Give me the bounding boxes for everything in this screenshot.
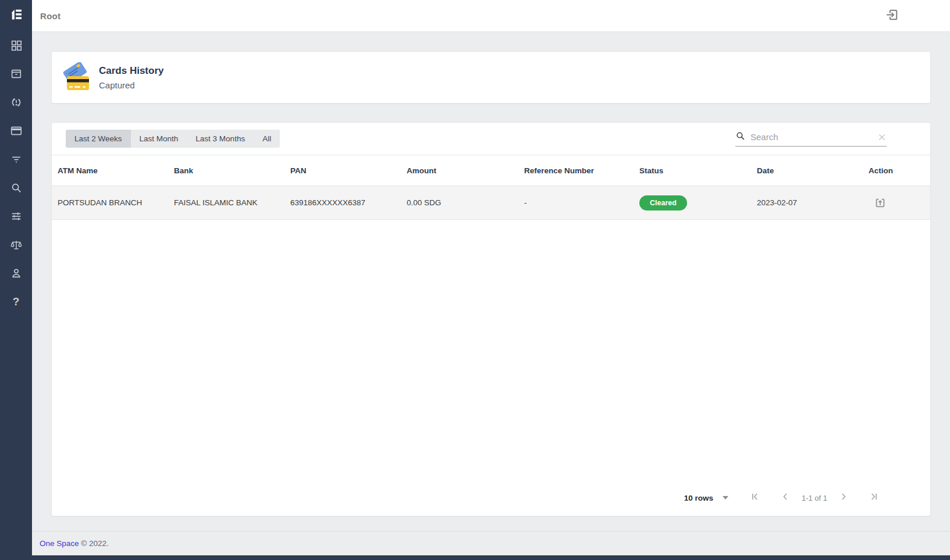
rows-per-page-label: 10 rows — [684, 494, 713, 502]
pagination-bar: 10 rows 1- — [52, 480, 930, 516]
page-title: Cards History — [99, 65, 163, 77]
search-icon — [735, 131, 745, 143]
sidebar-item-archive[interactable] — [9, 67, 23, 81]
cell-bank: FAISAL ISLAMIC BANK — [174, 198, 290, 207]
column-header-date: Date — [757, 166, 869, 175]
last-page-icon — [868, 491, 880, 505]
status-badge: Cleared — [639, 195, 687, 211]
credit-card-icon — [10, 124, 23, 137]
next-page-button[interactable] — [837, 491, 851, 505]
first-page-button[interactable] — [748, 491, 762, 505]
logout-icon — [885, 8, 899, 24]
tab-all[interactable]: All — [254, 130, 280, 148]
table-row: PORTSUDAN BRANCH FAISAL ISLAMIC BANK 639… — [52, 186, 930, 220]
sidebar-item-sync[interactable] — [9, 95, 23, 109]
cell-atm-name: PORTSUDAN BRANCH — [58, 198, 174, 207]
rows-per-page-select[interactable]: 10 rows — [684, 494, 728, 502]
sidebar-item-users[interactable] — [9, 266, 23, 280]
pagination-range-label: 1-1 of 1 — [802, 494, 827, 502]
footer-brand-link[interactable]: One Space — [40, 539, 79, 548]
table-header-row: ATM Name Bank PAN Amount Reference Numbe… — [52, 155, 930, 186]
topbar: Root — [0, 0, 950, 32]
chevron-left-icon — [780, 491, 791, 505]
filter-list-icon — [10, 153, 23, 166]
cards-history-table-card: Last 2 Weeks Last Month Last 3 Months Al… — [51, 122, 931, 516]
search-icon — [10, 181, 23, 194]
help-icon: ? — [13, 295, 20, 308]
logout-button[interactable] — [884, 8, 899, 23]
sync-alert-icon — [10, 96, 23, 109]
open-details-button[interactable] — [873, 196, 887, 210]
sidebar-item-settings[interactable] — [9, 209, 23, 223]
menu-list-icon — [7, 5, 26, 26]
column-header-action: Action — [869, 166, 930, 175]
tab-last-month[interactable]: Last Month — [131, 130, 187, 148]
column-header-reference-number: Reference Number — [524, 166, 639, 175]
clear-search-icon[interactable] — [877, 133, 887, 142]
tune-sliders-icon — [10, 210, 23, 223]
credit-cards-illustration-icon — [62, 62, 91, 92]
breadcrumb: Root — [40, 11, 61, 21]
column-header-amount: Amount — [407, 166, 524, 175]
column-header-bank: Bank — [174, 166, 290, 175]
column-header-pan: PAN — [290, 166, 407, 175]
archive-box-icon — [10, 67, 23, 80]
bottom-scroll-strip[interactable] — [0, 555, 950, 560]
tab-last-3-months[interactable]: Last 3 Months — [187, 130, 254, 148]
page-subtitle: Captured — [99, 80, 163, 90]
sidebar-item-cards[interactable] — [9, 124, 23, 138]
search-field — [735, 131, 887, 147]
dashboard-grid-icon — [10, 39, 23, 52]
footer: One Space © 2022. — [32, 531, 950, 548]
sidebar-item-dashboard[interactable] — [9, 38, 23, 52]
sidebar-item-search[interactable] — [9, 181, 23, 195]
last-page-button[interactable] — [867, 491, 881, 505]
cell-pan: 639186XXXXXX6387 — [290, 198, 407, 207]
chevron-down-icon — [723, 496, 728, 500]
cell-action — [869, 196, 930, 210]
chevron-right-icon — [838, 491, 849, 505]
first-page-icon — [749, 491, 761, 505]
page-header-card: Cards History Captured — [51, 51, 931, 104]
column-header-atm-name: ATM Name — [58, 166, 174, 175]
user-icon — [10, 267, 23, 280]
sidebar-item-balance[interactable] — [9, 238, 23, 252]
sidebar-item-filter[interactable] — [9, 152, 23, 166]
search-input[interactable] — [750, 132, 877, 142]
footer-copyright: © 2022. — [81, 539, 108, 548]
app-logo[interactable] — [0, 0, 32, 32]
sidebar: ? — [0, 32, 32, 560]
main-area: Cards History Captured Last 2 Weeks Last… — [32, 32, 950, 560]
cell-date: 2023-02-07 — [757, 198, 869, 207]
sidebar-item-help[interactable]: ? — [9, 295, 23, 309]
previous-page-button[interactable] — [778, 491, 792, 505]
column-header-status: Status — [639, 166, 757, 175]
cell-reference-number: - — [524, 198, 639, 207]
tab-last-2-weeks[interactable]: Last 2 Weeks — [66, 130, 131, 148]
cell-status: Cleared — [639, 195, 757, 211]
scales-icon — [10, 238, 23, 251]
table-toolbar: Last 2 Weeks Last Month Last 3 Months Al… — [52, 123, 930, 155]
date-filter-tab-group: Last 2 Weeks Last Month Last 3 Months Al… — [66, 130, 280, 148]
cell-amount: 0.00 SDG — [407, 198, 524, 207]
